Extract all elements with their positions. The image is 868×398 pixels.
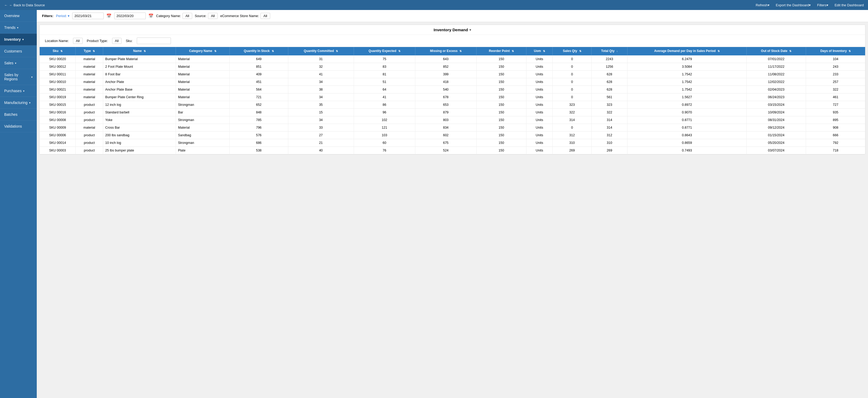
table-cell: 0 <box>553 124 592 131</box>
panel-dropdown-icon[interactable]: ▾ <box>469 28 471 32</box>
table-cell: Anchor Plate <box>103 78 176 86</box>
sidebar-item-customers[interactable]: Customers <box>0 45 37 57</box>
sort-icon-total-qty: ↓ <box>617 50 618 53</box>
back-button[interactable]: ← ← Back to Data Source <box>4 3 45 7</box>
table-cell: 895 <box>806 116 865 124</box>
table-cell: 102 <box>354 116 415 124</box>
table-cell: 150 <box>476 70 526 78</box>
table-cell: Anchor Plate Base <box>103 86 176 93</box>
col-quantity-committed[interactable]: Quantity Committed ⇅ <box>288 47 354 55</box>
refresh-button[interactable]: Refresh▾ <box>756 3 770 7</box>
col-reorder-point[interactable]: Reorder Point ⇅ <box>476 47 526 55</box>
table-cell: 524 <box>415 147 476 154</box>
table-cell: 03/15/2024 <box>746 101 806 109</box>
sku-label: Sku: <box>126 39 132 43</box>
table-cell: SKU 00009 <box>40 124 75 131</box>
col-days-of-inventory[interactable]: Days of Inventory ⇅ <box>806 47 865 55</box>
table-cell: material <box>75 124 103 131</box>
sidebar-item-batches[interactable]: Batches <box>0 109 37 121</box>
sidebar-item-sales-by-regions[interactable]: Sales by Regions ▾ <box>0 69 37 85</box>
table-cell: 935 <box>806 109 865 116</box>
category-name-all-button[interactable]: All <box>183 13 192 19</box>
period-to-input[interactable] <box>114 12 146 19</box>
table-cell: Units <box>526 116 552 124</box>
table-cell: Material <box>176 86 229 93</box>
back-arrow-icon: ← <box>4 3 8 7</box>
sidebar-item-trends[interactable]: Trends ▾ <box>0 22 37 34</box>
filters-button[interactable]: Filters▾ <box>817 3 828 7</box>
table-cell: 879 <box>415 109 476 116</box>
table-cell: 86 <box>354 101 415 109</box>
export-button[interactable]: Export the Dashboard▾ <box>776 3 811 7</box>
source-filter: Source: All <box>195 13 218 19</box>
table-cell: 0.8771 <box>627 116 747 124</box>
table-cell: 314 <box>592 124 627 131</box>
table-cell: 1.7542 <box>627 86 747 93</box>
table-cell: SKU 00020 <box>40 55 75 63</box>
col-name[interactable]: Name ⇅ <box>103 47 176 55</box>
table-cell: 0 <box>553 63 592 70</box>
table-cell: 150 <box>476 116 526 124</box>
col-sku[interactable]: Sku ⇅ <box>40 47 75 55</box>
sku-input[interactable] <box>137 37 171 44</box>
table-cell: 2 Foot Plate Mount <box>103 63 176 70</box>
sidebar-item-inventory[interactable]: Inventory ▾ <box>0 34 37 45</box>
table-cell: product <box>75 147 103 154</box>
table-cell: 150 <box>476 78 526 86</box>
product-type-all-button[interactable]: All <box>112 38 122 44</box>
table-cell: 322 <box>806 86 865 93</box>
sidebar-item-validations[interactable]: Validations <box>0 121 37 132</box>
table-cell: 409 <box>229 70 288 78</box>
chevron-down-icon: ▾ <box>15 62 16 65</box>
table-cell: 1.7542 <box>627 70 747 78</box>
calendar-to-icon[interactable]: 📅 <box>148 13 154 19</box>
table-cell: 40 <box>288 147 354 154</box>
table-cell: 312 <box>592 131 627 139</box>
table-cell: 11/17/2022 <box>746 63 806 70</box>
table-cell: 0 <box>553 93 592 101</box>
table-cell: SKU 00011 <box>40 70 75 78</box>
table-cell: Units <box>526 109 552 116</box>
table-cell: 150 <box>476 139 526 147</box>
category-name-label: Category Name: <box>156 14 181 18</box>
col-quantity-expected[interactable]: Quantity Expected ⇅ <box>354 47 415 55</box>
source-all-button[interactable]: All <box>208 13 217 19</box>
table-cell: Strongman <box>176 101 229 109</box>
col-uom[interactable]: Uom ⇅ <box>526 47 552 55</box>
table-cell: Units <box>526 78 552 86</box>
location-all-button[interactable]: All <box>73 38 83 44</box>
period-from-input[interactable] <box>72 12 104 19</box>
table-cell: 628 <box>592 70 627 78</box>
table-cell: Units <box>526 93 552 101</box>
table-cell: 314 <box>592 116 627 124</box>
col-quantity-in-stock[interactable]: Quantity In Stock ⇅ <box>229 47 288 55</box>
edit-dashboard-button[interactable]: Edit the Dashboard <box>835 3 864 7</box>
calendar-from-icon[interactable]: 📅 <box>106 13 112 19</box>
sidebar-item-manufacturing[interactable]: Manufacturing ▾ <box>0 97 37 109</box>
col-out-of-stock-date[interactable]: Out of Stock Date ⇅ <box>746 47 806 55</box>
table-cell: 848 <box>229 109 288 116</box>
col-sales-qty[interactable]: Sales Qty ⇅ <box>553 47 592 55</box>
table-cell: 35 <box>288 101 354 109</box>
table-cell: 399 <box>415 70 476 78</box>
table-row: SKU 00011material8 Foot BarMaterial40941… <box>40 70 865 78</box>
col-type[interactable]: Type ⇅ <box>75 47 103 55</box>
col-category-name[interactable]: Category Name ⇅ <box>176 47 229 55</box>
sidebar-item-overview[interactable]: Overview <box>0 10 37 22</box>
col-missing-or-excess[interactable]: Missing or Excess ⇅ <box>415 47 476 55</box>
sidebar-item-purchases[interactable]: Purchases ▾ <box>0 85 37 97</box>
filters-label: Filters: <box>42 14 53 18</box>
table-cell: 25 lbs bumper plate <box>103 147 176 154</box>
sub-filters: Location Name: All Product Type: All Sku… <box>40 35 865 47</box>
period-button[interactable]: Period: ▾ <box>56 14 69 18</box>
table-row: SKU 00008productYokeStrongman78534102803… <box>40 116 865 124</box>
ecommerce-filter: eCommerce Store Name: All <box>220 13 270 19</box>
chevron-down-icon: ▾ <box>23 90 24 92</box>
sidebar-item-sales[interactable]: Sales ▾ <box>0 57 37 69</box>
table-cell: product <box>75 131 103 139</box>
col-total-qty[interactable]: Total Qty ↓ <box>592 47 627 55</box>
period-chevron-icon: ▾ <box>68 14 69 18</box>
ecommerce-all-button[interactable]: All <box>260 13 270 19</box>
table-cell: 796 <box>229 124 288 131</box>
col-avg-demand[interactable]: Average Demand per Day in Sales Period ⇅ <box>627 47 747 55</box>
